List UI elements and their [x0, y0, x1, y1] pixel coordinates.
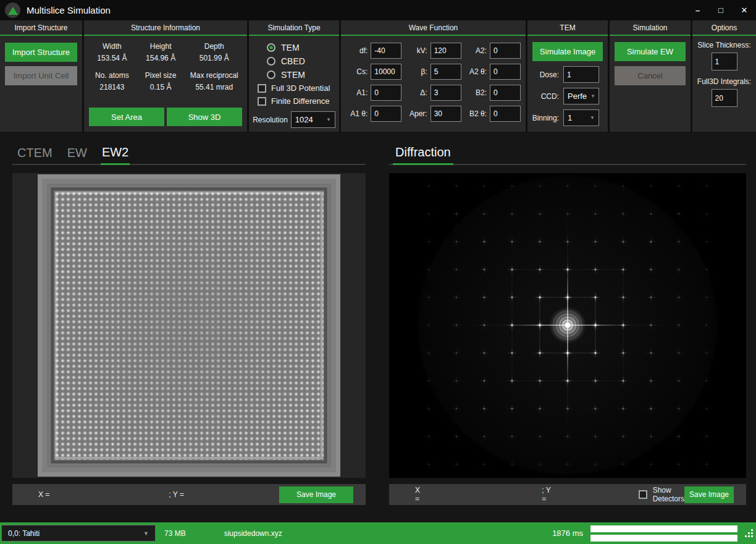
window-title: Multislice Simulation — [27, 5, 111, 15]
wf-label-kv: kV: — [417, 46, 427, 55]
minimize-icon[interactable]: – — [686, 0, 709, 20]
stat-value: 0.15 Å — [136, 83, 185, 91]
statusbar: 0,0: Tahiti ▼ 73 MB siupsidedown.xyz 187… — [0, 522, 756, 544]
wf-input-b2-theta[interactable] — [490, 106, 521, 122]
wave-function-fields: df: Cs: A1: A1 θ: kV: β: Δ: Aper: A2: A2… — [341, 36, 526, 127]
wf-label-cs: Cs: — [356, 67, 368, 76]
ccd-select[interactable]: Perfe ▼ — [563, 88, 599, 104]
slice-thickness-input[interactable] — [712, 53, 737, 70]
stat-value: 154.96 Å — [136, 54, 185, 62]
image-panel-footer: X = ; Y = Save Image — [12, 484, 366, 505]
wf-input-a1[interactable] — [371, 85, 401, 101]
section-import-structure: Import Structure Import Structure Import… — [0, 20, 82, 132]
radio-tem[interactable]: TEM — [267, 41, 321, 54]
save-image-button[interactable]: Save Image — [684, 487, 734, 503]
ribbon: Import Structure Import Structure Import… — [0, 20, 756, 132]
binning-label: Binning: — [532, 114, 559, 122]
close-icon[interactable]: ✕ — [733, 0, 756, 20]
tab-ctem[interactable]: CTEM — [16, 146, 54, 164]
stat-label: Pixel size — [136, 71, 185, 80]
radio-stem[interactable]: STEM — [267, 68, 321, 82]
wf-input-cs[interactable] — [371, 64, 401, 80]
section-header: Wave Function — [341, 20, 526, 36]
tab-ew[interactable]: EW — [66, 146, 88, 164]
section-header: Import Structure — [0, 20, 82, 36]
device-select[interactable]: 0,0: Tahiti ▼ — [1, 525, 156, 542]
wf-input-delta[interactable] — [430, 85, 461, 101]
simulate-ew-button[interactable]: Simulate EW — [615, 42, 686, 61]
section-simulation-type: Simulation Type TEM CBED STEM Full 3D Po… — [249, 20, 339, 132]
image-panel: CTEM EW EW2 X = ; Y = Save Image — [12, 145, 366, 505]
wf-input-aper[interactable] — [430, 106, 461, 122]
tab-ew2[interactable]: EW2 — [101, 145, 130, 165]
wf-input-a2[interactable] — [490, 43, 521, 59]
checkbox-full-3d-potential[interactable]: Full 3D Potential — [258, 82, 330, 95]
dose-label: Dose: — [540, 70, 559, 79]
resolution-select[interactable]: 1024 ▼ — [291, 111, 335, 128]
radio-icon — [267, 70, 275, 79]
resize-grip-icon[interactable] — [745, 529, 754, 538]
radio-label: STEM — [281, 70, 305, 80]
show-detectors-toggle[interactable]: Show Detectors — [639, 486, 684, 503]
main-area: CTEM EW EW2 X = ; Y = Save Image Diffrac… — [0, 132, 756, 522]
import-unit-cell-button[interactable]: Import Unit Cell — [5, 66, 77, 85]
diffraction-title: Diffraction — [393, 145, 453, 165]
binning-select[interactable]: 1 ▼ — [563, 109, 599, 126]
wf-input-a2-theta[interactable] — [490, 64, 521, 80]
section-header: TEM — [527, 20, 608, 36]
wf-input-kv[interactable] — [430, 43, 461, 59]
diffraction-canvas[interactable] — [389, 173, 746, 478]
wf-input-beta[interactable] — [430, 64, 461, 80]
full3d-integrals-label: Full3D Integrals: — [697, 77, 751, 86]
stat-value: 501.99 Å — [185, 54, 244, 62]
radio-cbed[interactable]: CBED — [267, 54, 321, 68]
y-coordinate-label: ; Y = — [169, 490, 184, 499]
binning-value: 1 — [568, 113, 572, 122]
slice-thickness-label: Slice Thickness: — [697, 41, 750, 49]
dropdown-arrow-icon: ▼ — [143, 530, 149, 537]
loaded-filename: siupsidedown.xyz — [224, 529, 282, 538]
wf-label-a2: A2: — [476, 46, 487, 55]
stat-label: Height — [136, 42, 185, 51]
ew2-image-display — [12, 173, 366, 478]
progress-bars — [590, 525, 737, 542]
wf-input-a1-theta[interactable] — [371, 106, 401, 122]
wf-input-df[interactable] — [371, 43, 401, 59]
section-header: Simulation — [610, 20, 691, 36]
checkbox-label: Finite Difference — [271, 96, 329, 106]
set-area-button[interactable]: Set Area — [89, 108, 164, 126]
ew2-image-canvas[interactable] — [38, 174, 340, 477]
wf-label-aper: Aper: — [410, 109, 427, 118]
wf-label-b2-theta: B2 θ: — [469, 109, 487, 118]
save-image-button[interactable]: Save Image — [279, 487, 353, 503]
diffraction-title-row: Diffraction — [389, 145, 746, 165]
x-coordinate-label: X = — [415, 486, 422, 503]
dropdown-arrow-icon: ▼ — [586, 115, 595, 121]
section-simulation: Simulation Simulate EW Cancel — [610, 20, 691, 132]
diffraction-display — [389, 173, 746, 478]
simulate-image-button[interactable]: Simulate Image — [532, 42, 603, 61]
stat-value: 55.41 mrad — [185, 83, 244, 91]
import-structure-button[interactable]: Import Structure — [5, 43, 77, 62]
app-logo-icon — [5, 2, 20, 18]
show-detectors-label: Show Detectors — [653, 486, 684, 503]
diffraction-panel: Diffraction X = ; Y = Show Detectors Sav… — [389, 145, 746, 505]
section-structure-information: Structure Information Width153.54 Å Heig… — [84, 20, 247, 132]
section-header: Simulation Type — [249, 20, 339, 36]
cancel-button[interactable]: Cancel — [615, 66, 686, 85]
maximize-icon[interactable]: □ — [709, 0, 733, 20]
full3d-integrals-input[interactable] — [712, 89, 737, 107]
window-controls: – □ ✕ — [686, 0, 756, 20]
dose-input[interactable] — [563, 66, 599, 83]
checkbox-finite-difference[interactable]: Finite Difference — [258, 95, 329, 108]
ccd-label: CCD: — [541, 92, 559, 101]
radio-label: CBED — [281, 56, 305, 66]
wf-label-a1: A1: — [356, 88, 368, 97]
structure-stats: Width153.54 Å Height154.96 Å Depth501.99… — [84, 42, 247, 91]
stat-label: Max reciprocal — [185, 71, 244, 80]
show-3d-button[interactable]: Show 3D — [167, 108, 242, 126]
stat-label: No. atoms — [88, 71, 136, 80]
checkbox-label: Full 3D Potential — [271, 83, 330, 93]
resolution-value: 1024 — [295, 115, 313, 124]
wf-input-b2[interactable] — [490, 85, 521, 101]
